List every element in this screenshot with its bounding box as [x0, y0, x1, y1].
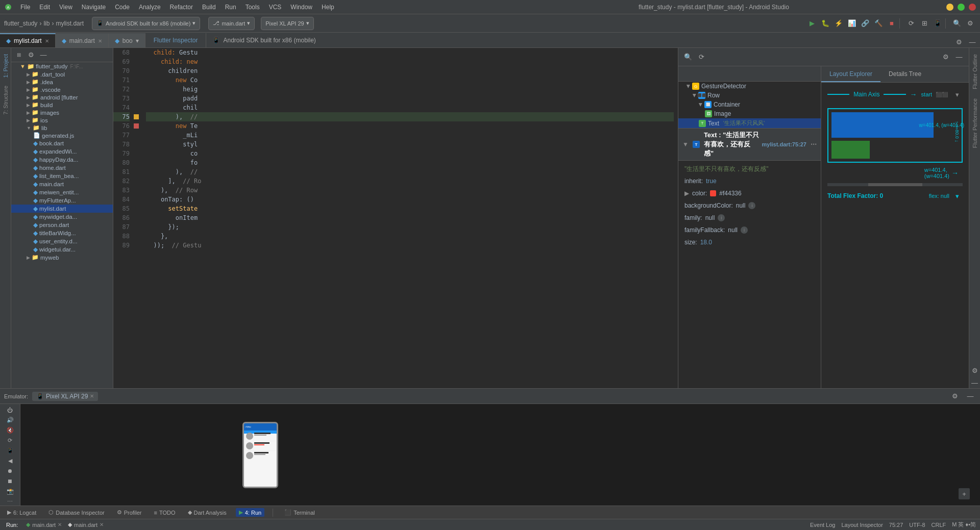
tree-myweb[interactable]: ▶ 📁 myweb	[11, 254, 113, 261]
sidebar-close-icon[interactable]: —	[38, 49, 49, 61]
more-btn[interactable]: ⋯	[5, 497, 16, 506]
tree-person[interactable]: ◆ person.dart	[11, 221, 113, 229]
popup-more-icon[interactable]: ⋯	[811, 141, 817, 148]
right-close-icon[interactable]: —	[969, 377, 981, 388]
run-tab-dart-analysis[interactable]: ◆ Dart Analysis	[185, 508, 230, 517]
container-expand-icon[interactable]: ▶	[698, 103, 703, 107]
event-log-label[interactable]: Event Log	[810, 522, 836, 528]
attach-button[interactable]: 🔗	[860, 18, 871, 29]
zoom-in-btn[interactable]: +	[959, 488, 970, 499]
sidebar-expand-icon[interactable]: ⊞	[13, 49, 24, 61]
family-info-icon[interactable]: i	[718, 214, 725, 221]
breadcrumb-file[interactable]: mylist.dart	[56, 20, 84, 27]
menu-window[interactable]: Window	[286, 3, 316, 12]
code-editor[interactable]: 68 69 70 71 72 73 74 75 76 77 78 79 80 8…	[113, 48, 678, 388]
back-btn[interactable]: ◀	[5, 457, 16, 465]
stop-emulator-btn[interactable]: ⏹	[5, 477, 16, 485]
settings-button[interactable]: ⚙	[965, 18, 976, 29]
menu-navigate[interactable]: Navigate	[78, 3, 110, 12]
profile-button[interactable]: 📊	[846, 18, 857, 29]
run-file-close[interactable]: ✕	[58, 522, 62, 527]
flex-null-dropdown[interactable]: ▾	[951, 190, 963, 201]
device-selector[interactable]: 📱 Android SDK built for x86 (mobile) ▾	[92, 17, 200, 30]
tree-mylist[interactable]: ◆ mylist.dart	[11, 205, 113, 213]
pixel-selector[interactable]: Pixel XL API 29 ▾	[261, 17, 313, 30]
tree-ios[interactable]: ▶ 📁 ios	[11, 116, 113, 124]
run-tab-todo[interactable]: ≡ TODO	[151, 509, 179, 517]
tree-titlebar[interactable]: ◆ titleBarWidg...	[11, 229, 113, 237]
emulator-settings-icon[interactable]: ⚙	[949, 391, 961, 402]
row-expand-icon[interactable]: ▶	[692, 94, 697, 97]
status-run-file2[interactable]: ◆ main.dart ✕	[68, 521, 104, 528]
branch-selector[interactable]: ⎇ main.dart ▾	[208, 17, 255, 30]
status-run-label[interactable]: Run:	[4, 522, 20, 528]
run-button[interactable]: ▶	[806, 18, 818, 29]
menu-code[interactable]: Code	[111, 3, 134, 12]
tree-lib[interactable]: ▼ 📁 lib	[11, 124, 113, 132]
sync-button[interactable]: ⟳	[905, 18, 917, 29]
inspect-button[interactable]: 🔍	[682, 52, 694, 63]
code-content[interactable]: child: Gestu child: new children new Co …	[142, 48, 678, 388]
menu-file[interactable]: File	[16, 3, 34, 12]
menu-run[interactable]: Run	[221, 3, 240, 12]
menu-tools[interactable]: Tools	[241, 3, 264, 12]
menu-view[interactable]: View	[55, 3, 77, 12]
tree-dart-tool[interactable]: ▶ 📁 .dart_tool	[11, 70, 113, 78]
lang-label[interactable]: M 英 ♦•简	[952, 521, 976, 528]
hide-panel-icon[interactable]: —	[967, 36, 978, 47]
record-btn[interactable]: ⏺	[5, 467, 16, 475]
settings-icon[interactable]: ⚙	[953, 36, 965, 47]
left-tab-project[interactable]: 1: Project	[2, 50, 10, 82]
emulator-close-icon[interactable]: —	[965, 391, 976, 402]
tab-main-dart[interactable]: ◆ main.dart ✕	[56, 33, 109, 47]
widget-row[interactable]: ▶ ⬛⬛ Row	[678, 91, 821, 100]
menu-help[interactable]: Help	[317, 3, 338, 12]
tab-dropdown-icon[interactable]: ▾	[136, 37, 139, 44]
tree-home[interactable]: ◆ home.dart	[11, 164, 113, 172]
coverage-button[interactable]: ⚡	[833, 18, 844, 29]
tab-device[interactable]: 📱 Android SDK built for x86 (mobile)	[206, 33, 322, 47]
tree-meiwen[interactable]: ◆ meiwen_entit...	[11, 188, 113, 196]
layout-inspector-label[interactable]: Layout Inspector	[841, 522, 883, 528]
tab-layout-explorer[interactable]: Layout Explorer	[821, 66, 880, 82]
tree-generated[interactable]: 📄 generated.js	[11, 132, 113, 139]
tab-boo[interactable]: ◆ boo ▾	[109, 33, 145, 47]
widget-text[interactable]: T Text '生活果不只风风'	[678, 118, 821, 128]
tree-idea[interactable]: ▶ 📁 .idea	[11, 78, 113, 86]
volume-btn[interactable]: 🔊	[5, 416, 16, 424]
close-button[interactable]	[969, 4, 976, 11]
sdk-manager-button[interactable]: ⊞	[919, 18, 930, 29]
widget-image[interactable]: 🖼 Image	[678, 109, 821, 118]
sidebar-config-icon[interactable]: ⚙	[26, 49, 37, 61]
tree-vscode[interactable]: ▶ 📁 .vscode	[11, 86, 113, 93]
tree-widgetui[interactable]: ◆ widgetui.dar...	[11, 245, 113, 254]
run-tab-db-inspector[interactable]: ⬡ Database Inspector	[45, 508, 107, 517]
mute-btn[interactable]: 🔇	[5, 426, 16, 435]
run-tab-logcat[interactable]: ▶ 6: Logcat	[4, 508, 39, 517]
tree-happyday[interactable]: ◆ happyDay.da...	[11, 156, 113, 164]
familyfallback-info-icon[interactable]: i	[741, 226, 748, 234]
right-tab-performance[interactable]: Flutter Performance	[971, 94, 979, 152]
horizontal-resize-bar[interactable]	[827, 183, 963, 186]
breadcrumb-project[interactable]: flutter_study	[4, 20, 37, 27]
tree-myflutter[interactable]: ◆ myFlutterAp...	[11, 196, 113, 205]
tree-main[interactable]: ◆ main.dart	[11, 180, 113, 188]
device-tab[interactable]: 📱 Pixel XL API 29 ✕	[32, 392, 98, 401]
bgcolor-info-icon[interactable]: i	[748, 202, 755, 209]
tree-project-root[interactable]: ▼ 📁 flutter_study F:\F...	[11, 62, 113, 70]
tree-android[interactable]: ▶ 📁 android [flutter	[11, 93, 113, 101]
refresh-button[interactable]: ⟳	[696, 52, 707, 63]
run-tab-run[interactable]: ▶ 4: Run	[236, 508, 264, 517]
menu-build[interactable]: Build	[198, 3, 220, 12]
right-tab-outline[interactable]: Flutter Outline	[971, 50, 979, 93]
tree-build[interactable]: ▶ 📁 build	[11, 101, 113, 109]
inspector-close-icon[interactable]: —	[953, 52, 965, 63]
search-everywhere-button[interactable]: 🔍	[951, 18, 963, 29]
encoding-label[interactable]: UTF-8	[909, 522, 925, 528]
breadcrumb-lib[interactable]: lib	[43, 20, 50, 27]
tab-close-mylist[interactable]: ✕	[45, 38, 49, 44]
run-file2-close[interactable]: ✕	[100, 522, 104, 527]
minimize-button[interactable]	[946, 4, 953, 11]
tab-details-tree[interactable]: Details Tree	[880, 66, 929, 82]
widget-gesture-detector[interactable]: ▶ G GestureDetector	[678, 82, 821, 91]
